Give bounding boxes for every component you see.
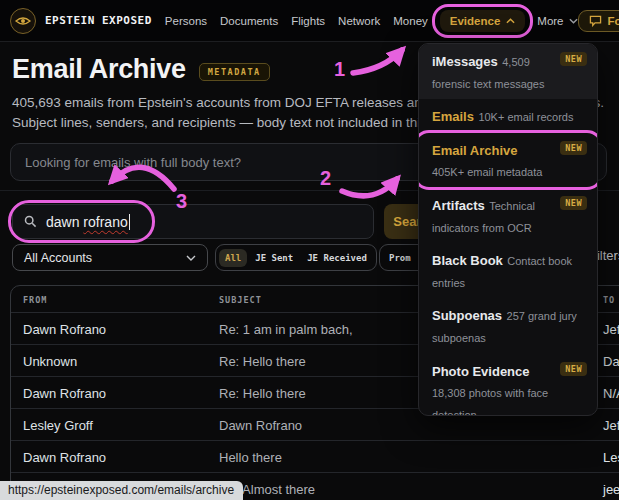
nav-evidence[interactable]: Evidence [440, 10, 526, 32]
filter-chip-all[interactable]: All [219, 249, 247, 267]
nav-documents[interactable]: Documents [220, 15, 278, 27]
annotation-label-1: 1 [334, 58, 345, 81]
filter-chip-je-received[interactable]: JE Received [301, 249, 373, 267]
text-cursor [129, 214, 131, 230]
column-header-from: FROM [23, 295, 47, 305]
filter-chip-partial[interactable]: Prom [383, 249, 417, 267]
chat-bubble-icon [589, 15, 602, 27]
evidence-dropdown-menu: iMessages 4,509 forensic text messages N… [418, 43, 598, 416]
menu-item-email-archive[interactable]: Email Archive 405K+ email metadata NEW [419, 133, 597, 188]
menu-item-artifacts[interactable]: Artifacts Technical indicators from OCR … [419, 188, 597, 243]
site-logo[interactable] [10, 8, 36, 34]
top-nav-bar: EPSTEIN EXPOSED Persons Documents Flight… [0, 0, 619, 42]
column-header-to: TO [603, 295, 615, 305]
menu-item-imessages[interactable]: iMessages 4,509 forensic text messages N… [419, 44, 597, 99]
column-header-subject: SUBJECT [219, 295, 262, 305]
direction-filter-group: All JE Sent JE Received [215, 244, 377, 271]
menu-item-black-book[interactable]: Black Book Contact book entries [419, 243, 597, 298]
chevron-down-icon [569, 18, 578, 24]
metadata-badge: METADATA [199, 63, 270, 81]
filter-chip-je-sent[interactable]: JE Sent [249, 249, 299, 267]
page-title: Email Archive [12, 54, 186, 85]
brand-name[interactable]: EPSTEIN EXPOSED [45, 14, 152, 27]
chevron-down-icon [186, 255, 196, 261]
menu-item-photo-evidence[interactable]: Photo Evidence 18,308 photos with face d… [419, 354, 597, 416]
metadata-search-input[interactable]: dawn rofrano [12, 204, 374, 239]
app-window: EPSTEIN EXPOSED Persons Documents Flight… [0, 0, 619, 500]
nav-persons[interactable]: Persons [165, 15, 207, 27]
new-badge: NEW [560, 196, 587, 210]
menu-item-subpoenas[interactable]: Subpoenas 257 grand jury subpoenas [419, 298, 597, 353]
new-badge: NEW [560, 141, 587, 155]
eye-icon [15, 15, 31, 27]
nav-money[interactable]: Money [393, 15, 428, 27]
annotation-arrow-2 [342, 179, 397, 196]
search-icon [24, 215, 37, 228]
nav-network[interactable]: Network [338, 15, 380, 27]
nav-more[interactable]: More [537, 15, 577, 27]
forum-button[interactable]: Forum [578, 10, 619, 32]
annotation-arrow-1 [353, 50, 402, 73]
table-row[interactable]: Dawn Rofrano Hello there Lesle [11, 441, 619, 473]
nav-flights[interactable]: Flights [291, 15, 325, 27]
new-badge: NEW [560, 52, 587, 66]
account-filter-select[interactable]: All Accounts [12, 244, 208, 271]
link-preview-statusbar: https://epsteinexposed.com/emails/archiv… [0, 481, 243, 500]
search-query-text: dawn rofrano [46, 214, 130, 230]
chevron-up-icon [506, 18, 515, 24]
menu-item-emails[interactable]: Emails 10K+ email records [419, 99, 597, 133]
new-badge: NEW [560, 362, 587, 376]
